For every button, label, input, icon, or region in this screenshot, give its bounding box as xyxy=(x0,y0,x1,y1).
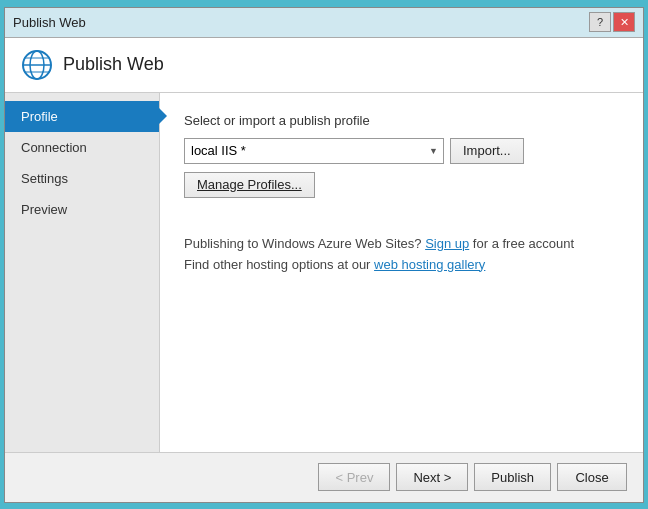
main-panel: Select or import a publish profile local… xyxy=(160,93,643,452)
import-button[interactable]: Import... xyxy=(450,138,524,164)
close-button[interactable]: ✕ xyxy=(613,12,635,32)
azure-signup-link[interactable]: Sign up xyxy=(425,236,469,251)
title-bar: Publish Web ? ✕ xyxy=(5,8,643,38)
sidebar: Profile Connection Settings Preview xyxy=(5,93,160,452)
close-dialog-button[interactable]: Close xyxy=(557,463,627,491)
dialog-footer: < Prev Next > Publish Close xyxy=(5,452,643,502)
dialog-title: Publish Web xyxy=(63,54,164,75)
dialog-content: Profile Connection Settings Preview Sele… xyxy=(5,93,643,452)
sidebar-item-connection[interactable]: Connection xyxy=(5,132,159,163)
window-title: Publish Web xyxy=(13,15,86,30)
window-controls: ? ✕ xyxy=(589,12,635,32)
azure-info: Publishing to Windows Azure Web Sites? S… xyxy=(184,236,619,251)
publish-button[interactable]: Publish xyxy=(474,463,551,491)
manage-profiles-button[interactable]: Manage Profiles... xyxy=(184,172,315,198)
sidebar-item-settings[interactable]: Settings xyxy=(5,163,159,194)
sidebar-item-preview[interactable]: Preview xyxy=(5,194,159,225)
publish-web-window: Publish Web ? ✕ Publish Web Profile Conn… xyxy=(4,7,644,503)
sidebar-item-profile[interactable]: Profile xyxy=(5,101,159,132)
hosting-gallery-link[interactable]: web hosting gallery xyxy=(374,257,485,272)
profile-select-wrapper: local IIS * xyxy=(184,138,444,164)
profile-select[interactable]: local IIS * xyxy=(184,138,444,164)
select-label: Select or import a publish profile xyxy=(184,113,619,128)
profile-row: local IIS * Import... xyxy=(184,138,619,164)
hosting-info: Find other hosting options at our web ho… xyxy=(184,257,619,272)
dialog-header: Publish Web xyxy=(5,38,643,93)
help-button[interactable]: ? xyxy=(589,12,611,32)
next-button[interactable]: Next > xyxy=(396,463,468,491)
publish-globe-icon xyxy=(21,49,53,81)
prev-button[interactable]: < Prev xyxy=(318,463,390,491)
